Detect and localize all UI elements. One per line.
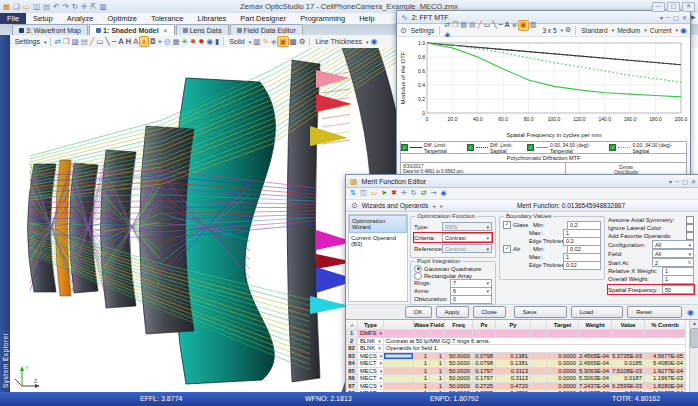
column-header[interactable] (531, 320, 547, 330)
table-cell[interactable] (384, 383, 414, 391)
undo-icon[interactable]: ↻ (410, 189, 418, 198)
table-cell[interactable]: 0.0000 (547, 375, 579, 383)
background-icon[interactable]: ▩ (289, 37, 298, 46)
operand-comment-cell[interactable]: Contrast at 50 lp/MM GQ 7 rings 6 arms. (384, 338, 686, 346)
nav-optimization-wizard[interactable]: Optimization Wizard (349, 215, 407, 233)
table-cell[interactable] (473, 330, 496, 338)
flip-horizontal-icon[interactable]: H (125, 37, 133, 46)
rectangular-array-radio[interactable] (414, 272, 422, 280)
edit-pen-icon[interactable]: ✎ (261, 37, 269, 46)
tab-lens-data[interactable]: Lens Data (176, 24, 229, 35)
table-cell[interactable]: 1 (414, 368, 430, 376)
table-cell[interactable]: 0.3113 (496, 375, 531, 383)
field-select[interactable]: All▾ (652, 249, 694, 258)
operand-comment-cell[interactable]: Operands for field 1. (384, 345, 686, 353)
table-cell[interactable] (414, 330, 430, 338)
undo-icon[interactable]: ↶ (52, 2, 60, 11)
table-cell[interactable] (531, 368, 547, 376)
menu-file[interactable]: File (0, 13, 26, 24)
operand-type-cell[interactable]: MECS▾ (358, 353, 384, 361)
table-cell[interactable]: 1.9277E-04 (645, 368, 686, 376)
help-icon[interactable]: ◉ (369, 37, 378, 46)
system-explorer-tab[interactable]: System Explorer (0, 35, 10, 392)
table-cell[interactable]: 0.0798 (473, 353, 496, 361)
print-icon[interactable]: ▤ (42, 2, 51, 11)
operand-type-cell[interactable]: MECT▾ (358, 375, 384, 383)
column-header[interactable]: % Contrib (645, 320, 686, 330)
table-cell[interactable] (531, 375, 547, 383)
reference-select[interactable]: Centroid▾ (442, 244, 492, 253)
table-cell[interactable]: 5.3063E-04 (579, 375, 612, 383)
grid-size-dropdown[interactable]: 3 x 5 (540, 27, 558, 34)
table-cell[interactable]: 84 (346, 360, 358, 368)
table-cell[interactable]: 1 (346, 330, 358, 338)
open-icon[interactable]: ▭ (370, 189, 379, 198)
lock-icon[interactable]: ◈ (270, 37, 278, 46)
add-favorite-operands-checkbox[interactable] (686, 232, 694, 240)
solid-dropdown[interactable]: Solid (227, 38, 247, 45)
active-window-icon[interactable]: ▣ (518, 20, 529, 31)
menu-setup[interactable]: Setup (26, 13, 60, 24)
help-icon[interactable]: ◉ (686, 308, 695, 317)
column-header[interactable]: Py (496, 320, 531, 330)
collapse-section-icon[interactable]: ⊙ (350, 201, 359, 210)
print-plot-icon[interactable]: ▤ (80, 37, 89, 46)
legend-checkbox-icon[interactable]: ✓ (527, 144, 534, 151)
save-icon[interactable]: ◫ (32, 2, 41, 11)
legend-item[interactable]: ✓Diff. Limit-Sagittal (467, 142, 527, 154)
table-cell[interactable]: 0.1381 (496, 353, 531, 361)
ignore-lateral-color-checkbox[interactable] (686, 224, 694, 232)
operand-type-cell[interactable]: MECS▾ (358, 368, 384, 376)
axis-xyz-icon[interactable]: ✳ (181, 37, 189, 46)
scrollbar-thumb[interactable] (690, 328, 698, 348)
print-plot-icon[interactable]: ▤ (468, 21, 477, 30)
table-cell[interactable]: 1 (430, 383, 445, 391)
table-cell[interactable] (384, 330, 414, 338)
operand-type-cell[interactable]: BLNK▾ (358, 345, 384, 353)
overlay-icon[interactable]: ▥ (529, 21, 538, 30)
type-select[interactable]: RMS▾ (442, 222, 492, 231)
next-icon[interactable]: ▸ (439, 201, 444, 210)
table-cell[interactable]: 0.0185 (612, 360, 645, 368)
layout-icon[interactable]: ▥ (99, 2, 108, 11)
close-icon[interactable]: ✕ (682, 2, 695, 12)
table-cell[interactable] (430, 330, 445, 338)
table-cell[interactable] (384, 375, 414, 383)
table-cell[interactable]: 82 (346, 345, 358, 353)
table-cell[interactable]: 0.0000 (547, 353, 579, 361)
highlight-surface-icon[interactable]: ▣ (277, 36, 288, 47)
menu-libraries[interactable]: Libraries (191, 13, 234, 24)
legend-item[interactable]: ✓0.00, 34.00 (deg)-Tangential (527, 142, 609, 154)
help-icon[interactable]: ◉ (679, 26, 688, 35)
restore-icon[interactable]: ▢ (673, 14, 679, 21)
dropdown-icon[interactable]: ▾ (660, 14, 663, 21)
settings-label[interactable]: Settings (13, 38, 42, 45)
column-header[interactable]: Value (612, 320, 645, 330)
table-cell[interactable]: 0.3113 (496, 368, 531, 376)
scroll-up-icon[interactable]: ▲ (692, 320, 697, 326)
table-cell[interactable]: 0.0000 (547, 360, 579, 368)
table-cell[interactable]: 5.3735E-03 (612, 353, 645, 361)
mfe-title-bar[interactable]: ▦ Merit Function Editor ▾ ─ ▢ ✕ (346, 175, 698, 188)
table-cell[interactable]: 1 (414, 383, 430, 391)
column-header[interactable]: Weight (579, 320, 612, 330)
goto-icon[interactable]: → (430, 189, 438, 198)
table-cell[interactable]: 0.1797 (473, 375, 496, 383)
refresh-icon[interactable]: ↻ (71, 2, 79, 11)
update-icon[interactable]: ⇅ (349, 189, 357, 198)
medium-dropdown[interactable]: Medium (615, 27, 642, 34)
insert-operand-icon[interactable]: ➤ (380, 189, 388, 198)
table-cell[interactable]: 5.3063E-04 (579, 368, 612, 376)
minimize-icon[interactable]: ─ (675, 178, 679, 185)
table-cell[interactable]: 50.0000 (445, 383, 473, 391)
table-cell[interactable]: 0.0798 (473, 360, 496, 368)
criteria-select[interactable]: Contrast▾ (442, 233, 492, 242)
column-header[interactable]: Freq (445, 320, 473, 330)
line-thickness-dropdown[interactable]: Line Thickness (313, 38, 364, 45)
spatial-frequency-input[interactable]: 50 (662, 285, 694, 294)
copy-clipboard-icon[interactable]: ⇄ (443, 21, 451, 30)
table-cell[interactable]: 83 (346, 353, 358, 361)
table-cell[interactable]: 50.0000 (445, 368, 473, 376)
nav-current-operand-b3-[interactable]: Current Operand (B3) (349, 233, 407, 249)
table-cell[interactable]: 2.4565E-04 (579, 353, 612, 361)
